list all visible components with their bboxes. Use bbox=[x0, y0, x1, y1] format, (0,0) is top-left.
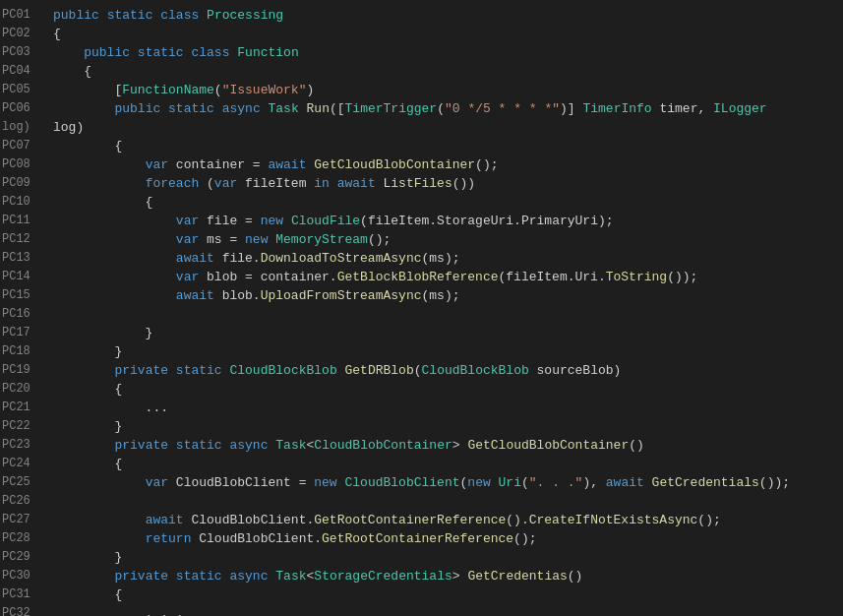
line-number: PC11 bbox=[2, 212, 53, 230]
line-number: PC13 bbox=[2, 249, 53, 268]
line-number: PC21 bbox=[2, 399, 53, 417]
code-line: PC08 var container = await GetCloudBlobC… bbox=[0, 155, 843, 174]
code-line: PC15 await blob.UploadFromStreamAsync(ms… bbox=[0, 286, 843, 305]
code-text: foreach (var fileItem in await ListFiles… bbox=[53, 174, 475, 193]
line-number: PC16 bbox=[2, 305, 53, 324]
code-line: PC13 await file.DownloadToStreamAsync(ms… bbox=[0, 249, 843, 268]
line-number: PC20 bbox=[2, 380, 53, 399]
line-number: PC19 bbox=[2, 361, 53, 380]
code-line: PC25 var CloudBlobClient = new CloudBlob… bbox=[0, 473, 843, 492]
code-line: PC20 { bbox=[0, 380, 843, 399]
line-number: PC30 bbox=[2, 567, 53, 585]
line-number: PC31 bbox=[2, 585, 53, 604]
code-line: PC07 { bbox=[0, 137, 843, 155]
code-text: [FunctionName("IssueWork") bbox=[53, 81, 314, 99]
line-number: PC10 bbox=[2, 193, 53, 212]
code-line: PC27 await CloudBlobClient.GetRootContai… bbox=[0, 511, 843, 529]
code-line: PC32 . . . bbox=[0, 604, 843, 616]
line-number: PC15 bbox=[2, 286, 53, 305]
code-line: log)log) bbox=[0, 118, 843, 137]
line-number: PC05 bbox=[2, 81, 53, 99]
code-line: PC31 { bbox=[0, 585, 843, 604]
code-text: public static class Function bbox=[53, 43, 299, 62]
code-text: { bbox=[53, 193, 152, 212]
code-text: var container = await GetCloudBlobContai… bbox=[53, 155, 499, 174]
line-number: PC14 bbox=[2, 268, 53, 286]
code-text: private static async Task<StorageCredent… bbox=[53, 567, 582, 585]
code-text: ... bbox=[53, 399, 168, 417]
line-number: PC09 bbox=[2, 174, 53, 193]
line-number: PC06 bbox=[2, 99, 53, 118]
code-text: { bbox=[53, 585, 122, 604]
code-line: PC22 } bbox=[0, 417, 843, 436]
code-text: return CloudBlobClient.GetRootContainerR… bbox=[53, 529, 537, 548]
code-line: PC17 } bbox=[0, 324, 843, 342]
code-line: PC18 } bbox=[0, 342, 843, 361]
code-text: await file.DownloadToStreamAsync(ms); bbox=[53, 249, 460, 268]
line-number: PC26 bbox=[2, 492, 53, 511]
code-line: PC04 { bbox=[0, 62, 843, 81]
line-number: PC28 bbox=[2, 529, 53, 548]
code-line: PC09 foreach (var fileItem in await List… bbox=[0, 174, 843, 193]
line-number: PC04 bbox=[2, 62, 53, 81]
code-line: PC28 return CloudBlobClient.GetRootConta… bbox=[0, 529, 843, 548]
code-line: PC03 public static class Function bbox=[0, 43, 843, 62]
code-line: PC21 ... bbox=[0, 399, 843, 417]
line-number: PC22 bbox=[2, 417, 53, 436]
line-number: PC02 bbox=[2, 25, 53, 43]
line-number: log) bbox=[2, 118, 53, 137]
code-line: PC11 var file = new CloudFile(fileItem.S… bbox=[0, 212, 843, 230]
code-text: public static class Processing bbox=[53, 6, 283, 25]
code-line: PC05 [FunctionName("IssueWork") bbox=[0, 81, 843, 99]
line-number: PC12 bbox=[2, 230, 53, 249]
line-number: PC08 bbox=[2, 155, 53, 174]
code-line: PC06 public static async Task Run([Timer… bbox=[0, 99, 843, 118]
code-line: PC02{ bbox=[0, 25, 843, 43]
line-number: PC23 bbox=[2, 436, 53, 455]
line-number: PC24 bbox=[2, 455, 53, 473]
code-text: } bbox=[53, 548, 122, 567]
code-text: { bbox=[53, 455, 122, 473]
code-editor: PC01public static class ProcessingPC02{P… bbox=[0, 0, 843, 616]
code-text: var CloudBlobClient = new CloudBlobClien… bbox=[53, 473, 790, 492]
code-text: . . . bbox=[53, 604, 184, 616]
line-number: PC18 bbox=[2, 342, 53, 361]
code-text: var file = new CloudFile(fileItem.Storag… bbox=[53, 212, 614, 230]
code-line: PC23 private static async Task<CloudBlob… bbox=[0, 436, 843, 455]
code-text: var ms = new MemoryStream(); bbox=[53, 230, 391, 249]
code-line: PC24 { bbox=[0, 455, 843, 473]
line-number: PC03 bbox=[2, 43, 53, 62]
line-number: PC29 bbox=[2, 548, 53, 567]
code-text: } bbox=[53, 417, 122, 436]
code-text: private static CloudBlockBlob GetDRBlob(… bbox=[53, 361, 621, 380]
code-line: PC12 var ms = new MemoryStream(); bbox=[0, 230, 843, 249]
code-text: var blob = container.GetBlockBlobReferen… bbox=[53, 268, 697, 286]
line-number: PC27 bbox=[2, 511, 53, 529]
code-line: PC29 } bbox=[0, 548, 843, 567]
code-text: } bbox=[53, 324, 152, 342]
line-number: PC01 bbox=[2, 6, 53, 25]
code-line: PC10 { bbox=[0, 193, 843, 212]
line-number: PC25 bbox=[2, 473, 53, 492]
code-text: } bbox=[53, 342, 122, 361]
code-text: log) bbox=[53, 118, 84, 137]
code-line: PC14 var blob = container.GetBlockBlobRe… bbox=[0, 268, 843, 286]
code-text: { bbox=[53, 25, 61, 43]
code-text: private static async Task<CloudBlobConta… bbox=[53, 436, 644, 455]
code-line: PC19 private static CloudBlockBlob GetDR… bbox=[0, 361, 843, 380]
code-line: PC26 bbox=[0, 492, 843, 511]
line-number: PC17 bbox=[2, 324, 53, 342]
code-line: PC30 private static async Task<StorageCr… bbox=[0, 567, 843, 585]
code-text: await blob.UploadFromStreamAsync(ms); bbox=[53, 286, 460, 305]
code-text: { bbox=[53, 137, 122, 155]
code-line: PC16 bbox=[0, 305, 843, 324]
code-text: await CloudBlobClient.GetRootContainerRe… bbox=[53, 511, 721, 529]
code-line: PC01public static class Processing bbox=[0, 6, 843, 25]
code-text: public static async Task Run([TimerTrigg… bbox=[53, 99, 767, 118]
code-text: { bbox=[53, 380, 122, 399]
code-text: { bbox=[53, 62, 91, 81]
line-number: PC07 bbox=[2, 137, 53, 155]
line-number: PC32 bbox=[2, 604, 53, 616]
